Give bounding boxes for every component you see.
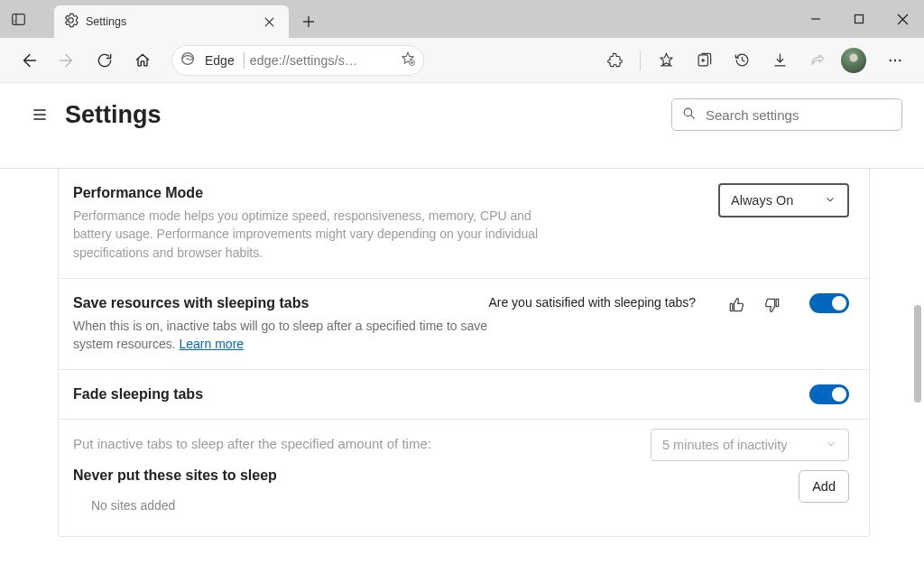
settings-search-input[interactable]: [706, 107, 892, 123]
svg-point-5: [890, 59, 892, 60]
scrollbar-thumb[interactable]: [914, 305, 921, 403]
learn-more-link[interactable]: Learn more: [179, 337, 244, 351]
svg-rect-1: [855, 15, 864, 23]
favorites-button[interactable]: [648, 43, 684, 78]
chevron-down-icon: [824, 193, 836, 208]
dropdown-value: 5 minutes of inactivity: [662, 438, 788, 452]
fade-sleeping-tabs-row: Fade sleeping tabs: [59, 369, 869, 419]
settings-menu-button[interactable]: [22, 97, 58, 133]
tab-close-button[interactable]: [258, 11, 280, 32]
home-button[interactable]: [125, 43, 161, 78]
gear-icon: [63, 13, 79, 32]
dropdown-value: Always On: [731, 193, 793, 208]
search-icon: [681, 106, 697, 125]
performance-mode-desc: Performance mode helps you optimize spee…: [73, 207, 560, 262]
address-bar[interactable]: Edge edge://settings/s…: [171, 45, 424, 76]
never-sleep-title: Never put these sites to sleep: [73, 467, 849, 484]
thumbs-down-button[interactable]: [757, 290, 788, 320]
svg-point-7: [899, 59, 901, 60]
chevron-down-icon: [825, 438, 837, 453]
profile-avatar[interactable]: [841, 48, 866, 73]
settings-page-header: Settings: [0, 83, 924, 146]
svg-point-6: [894, 59, 896, 60]
add-favorite-icon[interactable]: [400, 51, 416, 70]
collections-button[interactable]: [686, 43, 722, 78]
tab-actions-button[interactable]: [0, 0, 36, 38]
window-minimize-button[interactable]: [794, 0, 837, 38]
browser-toolbar: Edge edge://settings/s…: [0, 38, 924, 83]
performance-mode-dropdown[interactable]: Always On: [718, 183, 849, 217]
window-titlebar: Settings: [0, 0, 924, 38]
no-sites-added-text: No sites added: [73, 484, 849, 513]
tab-title: Settings: [86, 15, 251, 28]
divider: [244, 52, 245, 69]
forward-button: [49, 43, 85, 78]
thumbs-up-button[interactable]: [721, 290, 752, 320]
settings-search-box[interactable]: [671, 98, 902, 131]
window-maximize-button[interactable]: [837, 0, 881, 38]
extensions-button[interactable]: [596, 43, 633, 78]
inactive-timeout-dropdown[interactable]: 5 minutes of inactivity: [651, 429, 849, 461]
downloads-button[interactable]: [762, 43, 798, 78]
divider: [640, 51, 641, 70]
settings-content: Performance Mode Performance mode helps …: [0, 146, 924, 583]
performance-mode-row: Performance Mode Performance mode helps …: [59, 169, 869, 278]
add-site-button[interactable]: Add: [799, 470, 849, 503]
address-prefix: Edge: [201, 53, 238, 68]
feedback-question: Are you satisified with sleeping tabs?: [488, 295, 696, 310]
fade-sleeping-tabs-title: Fade sleeping tabs: [73, 386, 849, 403]
more-menu-button[interactable]: [877, 43, 913, 78]
sleeping-tabs-toggle[interactable]: [809, 293, 849, 313]
back-button[interactable]: [11, 43, 47, 78]
page-title: Settings: [65, 101, 162, 129]
address-url: edge://settings/s…: [250, 53, 394, 68]
share-button[interactable]: [799, 43, 836, 78]
svg-rect-0: [12, 14, 24, 24]
sleeping-tabs-row: Save resources with sleeping tabs When t…: [59, 278, 869, 370]
sleeping-tabs-desc: When this is on, inactive tabs will go t…: [73, 317, 515, 354]
new-tab-button[interactable]: [292, 5, 325, 38]
edge-logo-icon: [180, 51, 196, 70]
inactive-timeout-row: Put inactive tabs to sleep after the spe…: [59, 419, 869, 536]
fade-sleeping-tabs-toggle[interactable]: [809, 384, 849, 404]
window-close-button[interactable]: [881, 0, 924, 38]
browser-tab[interactable]: Settings: [54, 5, 289, 38]
history-button[interactable]: [724, 43, 760, 78]
performance-section: Performance Mode Performance mode helps …: [58, 169, 870, 537]
refresh-button[interactable]: [87, 43, 123, 78]
